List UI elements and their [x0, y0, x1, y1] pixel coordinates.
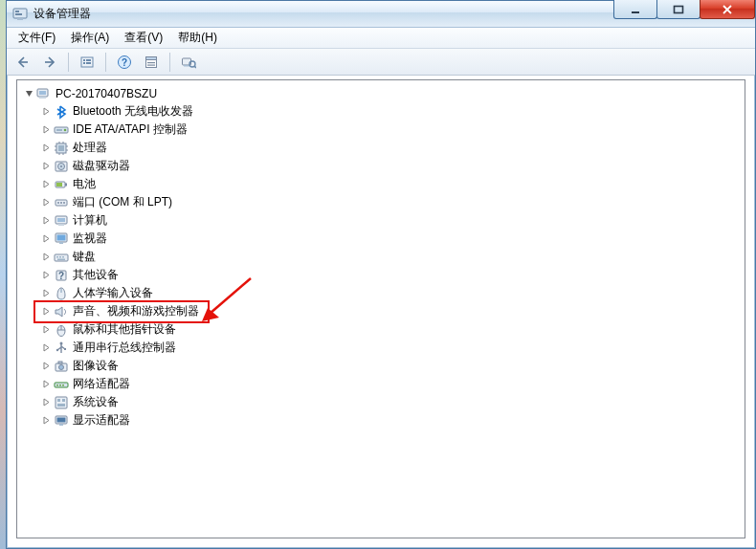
- collapse-icon[interactable]: [23, 88, 34, 99]
- device-tree-panel[interactable]: PC-20170407BSZU Bluetooth 无线电收发器IDE ATA/…: [16, 79, 745, 538]
- expand-icon[interactable]: [40, 379, 52, 390]
- expand-icon[interactable]: [40, 342, 52, 354]
- tree-node-hid[interactable]: 人体学输入设备: [36, 284, 743, 302]
- tree-node-keyboard[interactable]: 键盘: [36, 248, 743, 266]
- usb-icon: [54, 340, 69, 356]
- svg-rect-21: [39, 91, 46, 95]
- svg-rect-1: [15, 11, 19, 12]
- device-tree: PC-20170407BSZU Bluetooth 无线电收发器IDE ATA/…: [17, 80, 745, 433]
- forward-button[interactable]: [39, 52, 60, 73]
- tree-node-mouse[interactable]: 鼠标和其他指针设备: [36, 320, 743, 339]
- show-hidden-button[interactable]: [77, 52, 98, 73]
- tree-node-label: 计算机: [73, 212, 107, 229]
- svg-text:?: ?: [122, 57, 127, 68]
- mouse-icon: [54, 322, 69, 338]
- cpu-icon: [54, 141, 69, 156]
- svg-rect-10: [86, 62, 91, 64]
- tree-node-label: 监视器: [73, 231, 107, 247]
- tree-root-label: PC-20170407BSZU: [56, 87, 157, 100]
- menubar: 文件(F) 操作(A) 查看(V) 帮助(H): [7, 28, 755, 49]
- svg-rect-3: [17, 18, 23, 20]
- expand-icon[interactable]: [40, 143, 52, 154]
- tree-node-disk[interactable]: 磁盘驱动器: [36, 157, 743, 175]
- tree-node-display[interactable]: 显示适配器: [36, 411, 743, 429]
- device-manager-window: 设备管理器 文件(F) 操作(A) 查看(V) 帮助(H): [6, 0, 756, 549]
- computer-icon: [36, 86, 52, 101]
- expand-icon[interactable]: [40, 324, 52, 336]
- svg-rect-8: [86, 59, 91, 61]
- tree-node-monitor[interactable]: 监视器: [36, 230, 743, 248]
- menu-file[interactable]: 文件(F): [11, 28, 63, 48]
- expand-icon[interactable]: [40, 197, 52, 209]
- expand-icon[interactable]: [40, 270, 52, 281]
- tree-node-label: 显示适配器: [73, 412, 130, 428]
- minimize-button[interactable]: [613, 0, 657, 19]
- disk-icon: [54, 159, 69, 174]
- expand-icon[interactable]: [40, 233, 52, 245]
- tree-node-system[interactable]: 系统设备: [36, 393, 743, 411]
- tree-node-imaging[interactable]: 图像设备: [36, 357, 743, 375]
- bluetooth-icon: [54, 104, 69, 120]
- expand-icon[interactable]: [40, 179, 52, 190]
- app-icon: [12, 7, 28, 22]
- expand-icon[interactable]: [40, 288, 52, 299]
- display-icon: [54, 413, 69, 428]
- keyboard-icon: [54, 250, 69, 265]
- svg-rect-4: [632, 11, 639, 13]
- tree-node-computer[interactable]: 计算机: [36, 211, 743, 230]
- scan-button[interactable]: [178, 52, 199, 73]
- expand-icon[interactable]: [40, 124, 52, 136]
- svg-rect-15: [147, 62, 155, 63]
- expand-icon[interactable]: [40, 106, 52, 118]
- expand-icon[interactable]: [40, 361, 52, 372]
- expand-icon[interactable]: [40, 161, 52, 172]
- tree-node-label: IDE ATA/ATAPI 控制器: [73, 121, 188, 138]
- svg-rect-22: [39, 97, 46, 99]
- expand-icon[interactable]: [40, 415, 52, 427]
- tree-node-label: 端口 (COM 和 LPT): [73, 194, 172, 210]
- tree-root-node[interactable]: PC-20170407BSZU Bluetooth 无线电收发器IDE ATA/…: [19, 84, 743, 429]
- toolbar: ?: [7, 49, 755, 76]
- tree-node-label: 人体学输入设备: [73, 285, 153, 301]
- tree-node-sound[interactable]: 声音、视频和游戏控制器: [36, 302, 743, 320]
- tree-node-label: 系统设备: [73, 394, 119, 410]
- tree-node-battery[interactable]: 电池: [36, 175, 743, 193]
- other-icon: [54, 268, 69, 283]
- tree-node-label: Bluetooth 无线电收发器: [73, 103, 193, 120]
- tree-node-cpu[interactable]: 处理器: [36, 139, 743, 157]
- help-button[interactable]: ?: [114, 52, 135, 73]
- tree-node-label: 其他设备: [73, 267, 119, 283]
- tree-node-label: 网络适配器: [73, 376, 130, 392]
- tree-node-label: 磁盘驱动器: [73, 158, 130, 174]
- menu-help[interactable]: 帮助(H): [170, 28, 225, 48]
- expand-icon[interactable]: [40, 215, 52, 227]
- ide-icon: [54, 122, 69, 138]
- tree-node-label: 电池: [73, 176, 96, 192]
- imaging-icon: [54, 359, 69, 374]
- tree-node-network[interactable]: 网络适配器: [36, 375, 743, 393]
- expand-icon[interactable]: [40, 252, 52, 263]
- back-button[interactable]: [12, 52, 33, 73]
- menu-action[interactable]: 操作(A): [63, 28, 117, 48]
- tree-node-ide[interactable]: IDE ATA/ATAPI 控制器: [36, 121, 743, 139]
- tree-node-bluetooth[interactable]: Bluetooth 无线电收发器: [36, 102, 743, 121]
- svg-rect-7: [83, 59, 85, 61]
- svg-rect-5: [675, 6, 683, 12]
- tree-node-usb[interactable]: 通用串行总线控制器: [36, 339, 743, 357]
- network-icon: [54, 377, 69, 392]
- tree-node-label: 鼠标和其他指针设备: [73, 321, 176, 338]
- expand-icon[interactable]: [40, 397, 52, 408]
- monitor-icon: [54, 231, 69, 247]
- toolbar-separator: [169, 53, 170, 72]
- tree-node-other[interactable]: 其他设备: [36, 266, 743, 284]
- svg-rect-16: [147, 64, 155, 65]
- expand-icon[interactable]: [40, 306, 52, 318]
- menu-view[interactable]: 查看(V): [117, 28, 170, 48]
- tree-node-ports[interactable]: 端口 (COM 和 LPT): [36, 193, 743, 211]
- maximize-button[interactable]: [656, 0, 700, 19]
- titlebar[interactable]: 设备管理器: [7, 1, 755, 28]
- properties-button[interactable]: [141, 52, 162, 73]
- tree-node-label: 图像设备: [73, 358, 119, 374]
- close-button[interactable]: [700, 0, 755, 19]
- ports-icon: [54, 195, 69, 210]
